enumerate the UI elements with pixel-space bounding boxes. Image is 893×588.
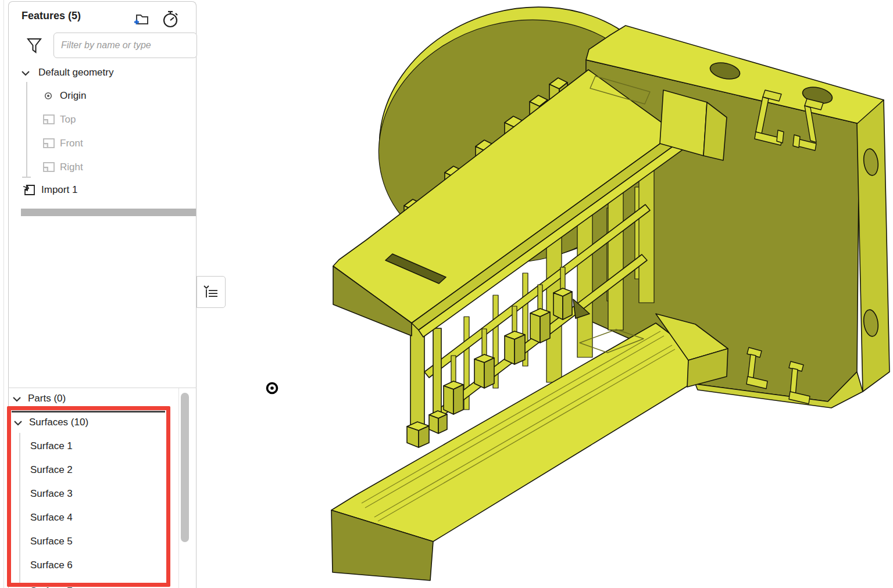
rollback-bar[interactable] (21, 209, 196, 216)
list-drag-divider[interactable] (12, 411, 165, 413)
tree-item-right-plane[interactable]: Right (42, 159, 83, 175)
features-panel-title: Features (5) (22, 10, 81, 22)
tree-connector (26, 82, 27, 177)
plane-icon (42, 137, 56, 150)
surface-list-item[interactable]: Surface 6 (30, 557, 73, 573)
chevron-down-icon[interactable] (20, 69, 31, 77)
surface-list-item[interactable]: Surface 3 (30, 486, 73, 502)
new-folder-icon[interactable] (132, 10, 151, 28)
origin-marker-icon[interactable] (267, 383, 277, 393)
plane-icon (42, 161, 56, 174)
tree-connector-tick (22, 177, 31, 178)
chevron-down-icon[interactable] (12, 395, 22, 403)
surface-list-item[interactable]: Surface 1 (30, 438, 73, 454)
scrollbar-gutter (178, 388, 179, 588)
plane-icon (42, 113, 56, 126)
surface-list-item[interactable]: Surface 4 (30, 510, 73, 526)
tree-flyout-button[interactable] (197, 276, 226, 308)
tree-item-origin[interactable]: Origin (44, 88, 86, 104)
window-edge (3, 0, 4, 588)
surfaces-header-row[interactable]: Surfaces (10) (13, 414, 88, 431)
tree-item-import[interactable]: Import 1 (22, 182, 77, 198)
surface-list-item[interactable]: Surface 2 (30, 462, 73, 478)
tree-item-top-plane[interactable]: Top (42, 112, 76, 128)
surfaces-connector (19, 433, 20, 585)
tree-item-default-geometry[interactable]: Default geometry (20, 64, 113, 81)
import-icon (22, 182, 37, 198)
stopwatch-icon[interactable] (161, 10, 180, 28)
origin-icon (44, 92, 52, 100)
surface-list-item[interactable]: Surface 7 (30, 583, 73, 588)
tree-list-icon (203, 285, 219, 300)
chevron-down-icon[interactable] (13, 418, 23, 426)
filter-input[interactable] (53, 33, 197, 58)
scrollbar-thumb[interactable] (181, 393, 189, 542)
surface-list-item[interactable]: Surface 5 (30, 533, 73, 550)
filter-funnel-icon (26, 37, 42, 55)
parts-header-row[interactable]: Parts (0) (12, 390, 66, 407)
tree-item-front-plane[interactable]: Front (42, 135, 83, 152)
section-divider (8, 388, 197, 388)
